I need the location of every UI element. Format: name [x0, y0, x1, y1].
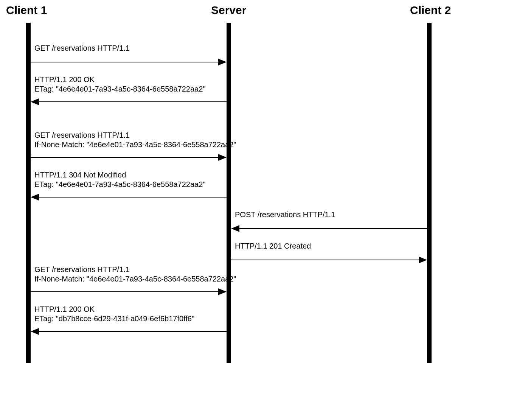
arrow-head-icon [31, 194, 39, 201]
arrow-head-icon [419, 257, 427, 263]
actor-server: Server [211, 4, 246, 17]
message-arrow [239, 228, 427, 229]
message-arrow [31, 62, 218, 62]
message-text: HTTP/1.1 200 OK ETag: "db7b8cce-6d29-431… [34, 305, 194, 324]
message-text: HTTP/1.1 200 OK ETag: "4e6e4e01-7a93-4a5… [34, 75, 205, 94]
message-text: HTTP/1.1 201 Created [235, 241, 311, 251]
arrow-head-icon [218, 288, 227, 295]
message-arrow [31, 291, 218, 292]
arrow-head-icon [218, 154, 227, 161]
arrow-head-icon [31, 328, 39, 335]
message-arrow [39, 101, 227, 102]
message-text: HTTP/1.1 304 Not Modified ETag: "4e6e4e0… [34, 170, 205, 189]
message-text: GET /reservations HTTP/1.1 If-None-Match… [34, 131, 236, 149]
sequence-diagram: Client 1 Server Client 2 GET /reservatio… [0, 0, 514, 420]
actor-client1: Client 1 [6, 4, 47, 17]
actor-client2: Client 2 [410, 4, 451, 17]
arrow-head-icon [31, 98, 39, 105]
arrow-head-icon [218, 59, 227, 65]
message-arrow [39, 331, 227, 332]
message-arrow [39, 197, 227, 198]
lifeline-client1 [26, 23, 31, 363]
arrow-head-icon [231, 225, 239, 232]
lifeline-server [227, 23, 231, 363]
message-text: GET /reservations HTTP/1.1 [34, 44, 130, 53]
lifeline-client2 [427, 23, 432, 363]
message-text: POST /reservations HTTP/1.1 [235, 210, 335, 219]
message-arrow [31, 157, 218, 158]
message-text: GET /reservations HTTP/1.1 If-None-Match… [34, 265, 236, 284]
message-arrow [231, 260, 419, 260]
